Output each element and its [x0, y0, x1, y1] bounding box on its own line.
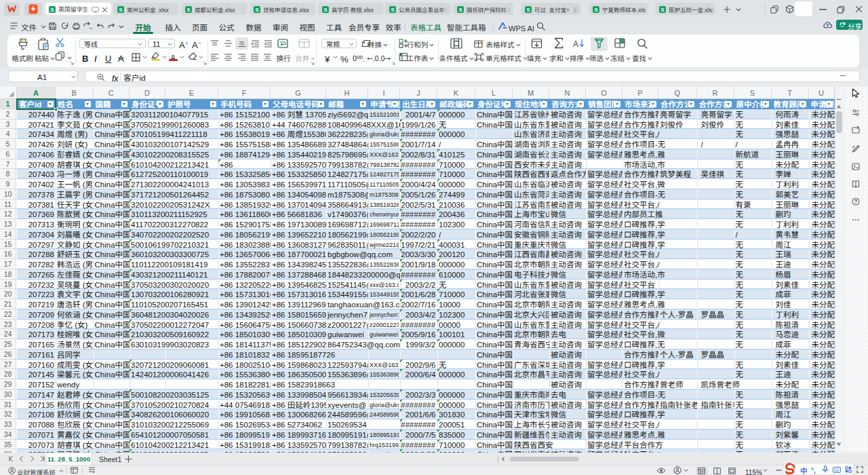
svg-text:S: S — [458, 6, 462, 12]
svg-text:S: S — [119, 6, 122, 12]
svg-text:S: S — [391, 6, 394, 12]
svg-text:A: A — [573, 39, 578, 49]
svg-text:S: S — [323, 6, 327, 12]
svg-text:S: S — [526, 6, 530, 12]
svg-text:S: S — [594, 6, 597, 12]
svg-text:S: S — [186, 6, 190, 12]
svg-text:S: S — [660, 6, 664, 12]
svg-text:S: S — [50, 6, 54, 12]
svg-text:S: S — [255, 6, 258, 12]
